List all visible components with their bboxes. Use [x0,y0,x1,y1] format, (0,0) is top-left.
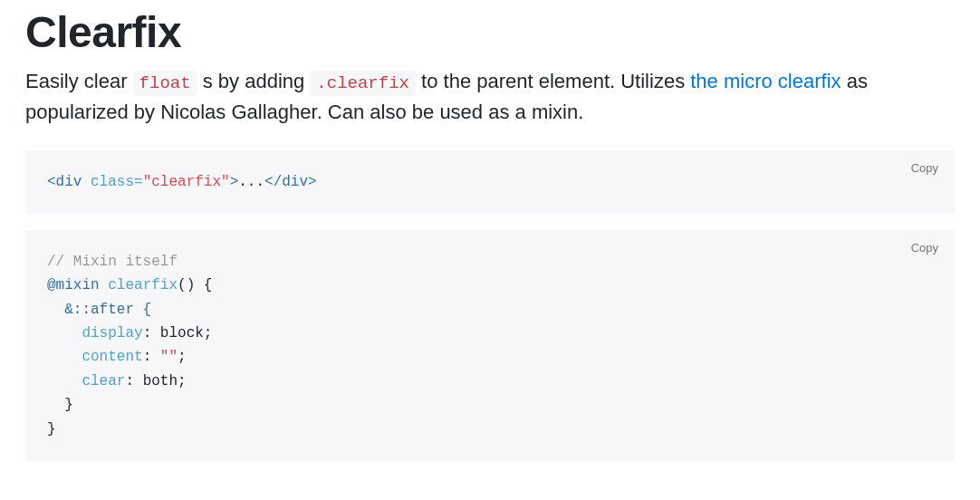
code-snippet-html: <div class="clearfix">...</div> [47,170,933,194]
code-snippet-scss: // Mixin itself @mixin clearfix() { &::a… [47,250,933,441]
code-block-scss: Copy // Mixin itself @mixin clearfix() {… [25,230,955,461]
inline-code-float: float [133,71,197,96]
intro-text: s by adding [197,70,311,92]
code-block-html: Copy <div class="clearfix">...</div> [25,150,955,214]
copy-button[interactable]: Copy [908,159,942,177]
intro-paragraph: Easily clear float s by adding .clearfix… [25,66,955,129]
page-title: Clearfix [25,7,955,57]
intro-text: Easily clear [25,70,133,92]
inline-code-clearfix: .clearfix [310,71,416,96]
link-micro-clearfix[interactable]: the micro clearfix [690,70,841,92]
copy-button[interactable]: Copy [908,239,942,256]
intro-text: to the parent element. Utilizes [416,70,690,92]
